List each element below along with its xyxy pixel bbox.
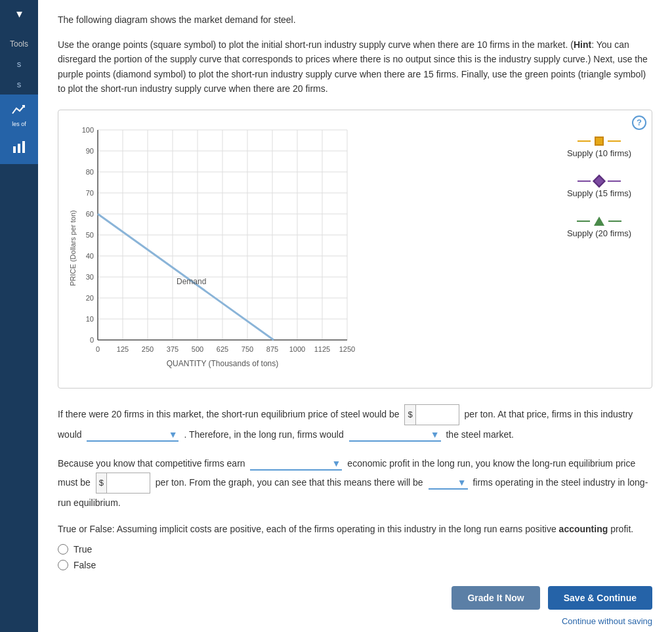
legend-symbol-20: [577, 217, 621, 226]
legend-supply10: Supply (10 firms): [553, 137, 645, 158]
q1-dropdown2-wrapper: enter exit ▼: [349, 429, 444, 440]
sidebar-item-chart[interactable]: [0, 133, 38, 164]
chart-help-button[interactable]: ?: [632, 116, 646, 130]
q2-dropdown2-select[interactable]: 10 15 20: [429, 476, 468, 488]
svg-text:250: 250: [142, 345, 154, 353]
svg-text:20: 20: [86, 294, 94, 302]
chart-svg: PRICE (Dollars per ton): [65, 117, 373, 379]
svg-text:PRICE (Dollars per ton): PRICE (Dollars per ton): [69, 210, 77, 286]
q2-price-input[interactable]: [107, 476, 150, 489]
legend-symbol-15: [578, 177, 621, 186]
q2-dropdown1-wrapper: zero positive negative ▼: [250, 458, 345, 469]
svg-text:875: 875: [266, 345, 278, 353]
legend-label-15: Supply (15 firms): [567, 188, 631, 198]
q2-text-after: per ton. From the graph, you can see tha…: [156, 476, 423, 487]
svg-text:10: 10: [86, 315, 94, 323]
svg-text:30: 30: [86, 273, 94, 281]
sidebar-item-tools[interactable]: Tools: [0, 34, 38, 54]
svg-text:1125: 1125: [314, 345, 330, 353]
svg-text:375: 375: [167, 345, 178, 353]
svg-text:1250: 1250: [339, 345, 355, 353]
q1-text-after: . Therefore, in the long run, firms woul…: [184, 429, 343, 440]
svg-rect-0: [13, 146, 16, 153]
q3-statement: True or False: Assuming implicit costs a…: [58, 522, 652, 536]
chart-area: PRICE (Dollars per ton): [65, 117, 645, 381]
question3-section: True or False: Assuming implicit costs a…: [58, 522, 652, 570]
q1-text-before: If there were 20 firms in this market, t…: [58, 408, 400, 419]
q3-radio-false[interactable]: [58, 560, 68, 570]
svg-text:500: 500: [192, 345, 203, 353]
question1-section: If there were 20 firms in this market, t…: [58, 404, 652, 444]
q3-radio-true[interactable]: [58, 544, 68, 555]
q2-dropdown2[interactable]: 10 15 20 ▼: [429, 476, 468, 490]
grade-it-now-button[interactable]: Grade It Now: [452, 586, 539, 610]
trend-icon: [9, 100, 29, 119]
svg-text:Demand: Demand: [177, 277, 206, 286]
q1-text-end: the steel market.: [446, 429, 514, 440]
footer-actions: Grade It Now Save & Continue Continue wi…: [58, 586, 652, 626]
chart-container: ? PRICE (Dollars per ton): [58, 110, 652, 389]
bar-chart-icon: [9, 138, 29, 158]
q1-dropdown1-wrapper: earn a profit incur a loss break even ▼: [87, 429, 181, 440]
q1-dropdown1[interactable]: earn a profit incur a loss break even ▼: [87, 428, 178, 442]
q2-dollar-input-wrapper[interactable]: $: [96, 473, 150, 494]
purple-diamond-icon: [593, 175, 606, 188]
q1-dropdown2-select[interactable]: enter exit: [349, 428, 441, 440]
svg-text:750: 750: [242, 345, 253, 353]
q2-dropdown1-select[interactable]: zero positive negative: [250, 457, 342, 469]
legend-line-10b: [608, 140, 621, 142]
q2-dropdown1[interactable]: zero positive negative ▼: [250, 457, 342, 471]
q1-dollar-input-wrapper[interactable]: $: [404, 404, 459, 425]
svg-rect-1: [18, 144, 20, 153]
q3-false-label: False: [74, 560, 96, 570]
svg-text:50: 50: [86, 231, 94, 239]
svg-text:40: 40: [86, 252, 94, 260]
q3-option-true[interactable]: True: [58, 544, 652, 555]
legend-line-10: [578, 140, 591, 142]
svg-text:70: 70: [86, 189, 94, 197]
continue-without-saving-button[interactable]: Continue without saving: [562, 616, 652, 626]
svg-text:60: 60: [86, 210, 94, 218]
svg-text:0: 0: [96, 345, 100, 353]
svg-text:80: 80: [86, 168, 94, 176]
chart-legend: Supply (10 firms) Supply (15 firms): [540, 117, 645, 238]
q2-dollar-sign: $: [96, 473, 107, 493]
main-content: The following diagram shows the market d…: [38, 0, 672, 632]
sidebar-item-2[interactable]: s: [0, 74, 38, 95]
instruction-text: Use the orange points (square symbol) to…: [58, 37, 652, 96]
q3-option-false[interactable]: False: [58, 560, 652, 570]
sidebar-item-active[interactable]: les of: [0, 95, 38, 133]
q1-dropdown1-select[interactable]: earn a profit incur a loss break even: [87, 428, 178, 440]
svg-text:90: 90: [86, 147, 94, 155]
q1-price-input[interactable]: [416, 408, 459, 421]
item2-label: s: [17, 79, 22, 89]
sidebar-item-1[interactable]: s: [0, 54, 38, 74]
legend-symbol-10: [578, 137, 621, 146]
legend-supply15: Supply (15 firms): [553, 177, 645, 198]
save-continue-button[interactable]: Save & Continue: [548, 586, 652, 610]
q1-dollar-sign: $: [405, 405, 415, 425]
q3-bold-word: accounting: [559, 524, 608, 534]
q3-true-label: True: [74, 544, 92, 555]
legend-supply20: Supply (20 firms): [553, 217, 645, 238]
active-item-label: les of: [12, 121, 26, 127]
legend-label-20: Supply (20 firms): [567, 228, 631, 238]
q1-dropdown2[interactable]: enter exit ▼: [349, 428, 441, 442]
intro-text: The following diagram shows the market d…: [58, 13, 652, 27]
q2-text-before: Because you know that competitive firms …: [58, 458, 245, 469]
q1-dollar-wrapper: $: [404, 408, 461, 419]
hint-label: Hint: [574, 39, 591, 50]
legend-line-20b: [608, 221, 621, 222]
sidebar-toggle[interactable]: ▾: [16, 7, 22, 21]
svg-text:125: 125: [117, 345, 129, 353]
legend-line-15b: [608, 180, 621, 182]
svg-rect-2: [22, 141, 25, 153]
svg-text:1000: 1000: [289, 345, 305, 353]
footer-buttons-row: Grade It Now Save & Continue: [452, 586, 652, 610]
item1-label: s: [17, 59, 22, 69]
svg-text:0: 0: [90, 336, 94, 344]
chart-svg-wrapper: PRICE (Dollars per ton): [65, 117, 540, 381]
svg-text:QUANTITY (Thousands of tons): QUANTITY (Thousands of tons): [167, 359, 279, 368]
orange-square-icon: [595, 137, 604, 146]
green-triangle-icon: [594, 217, 604, 226]
